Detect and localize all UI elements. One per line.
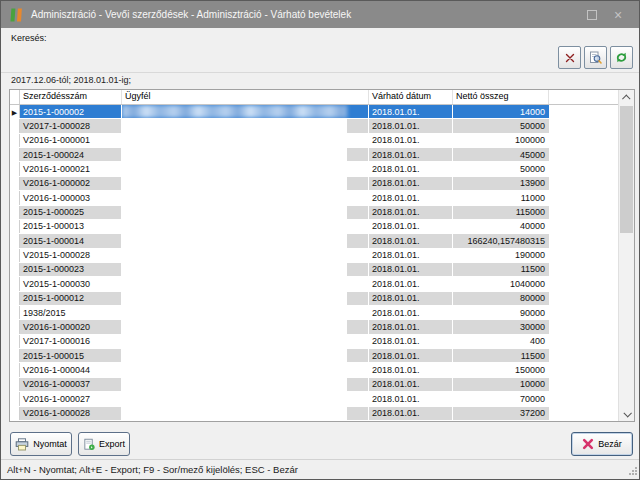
cell-client	[122, 249, 369, 262]
vertical-scrollbar[interactable]	[618, 90, 634, 421]
table-row[interactable]: 2015-1-0000132018.01.01.40000	[10, 220, 618, 234]
row-marker	[10, 378, 20, 391]
scrollbar-thumb[interactable]	[620, 106, 633, 233]
red-cross-icon	[582, 438, 594, 450]
cell-contract-number: V2016-1-000021	[20, 162, 122, 175]
export-button-label: Export	[99, 439, 125, 449]
cell-net-amount: 11500	[453, 263, 549, 276]
cell-filler	[549, 292, 618, 305]
table-row[interactable]: V2015-1-0000282018.01.01.190000	[10, 249, 618, 263]
clear-filter-button[interactable]	[558, 46, 581, 69]
table-row[interactable]: 2015-1-0000122018.01.01.80000	[10, 292, 618, 306]
cell-expected-date: 2018.01.01.	[369, 292, 453, 305]
cell-contract-number: V2016-1-000028	[20, 407, 122, 420]
cell-expected-date: 2018.01.01.	[369, 105, 453, 118]
redacted-client-name	[122, 292, 347, 305]
header-client[interactable]: Ügyfél	[122, 90, 369, 104]
cell-net-amount: 166240,157480315	[453, 234, 549, 247]
header-net-amount[interactable]: Nettó összeg	[453, 90, 549, 104]
redacted-client-name	[122, 335, 347, 348]
table-row[interactable]: 1938/20152018.01.01.90000	[10, 306, 618, 320]
scroll-up-button[interactable]	[619, 90, 634, 105]
cell-expected-date: 2018.01.01.	[369, 407, 453, 420]
cell-filler	[549, 349, 618, 362]
redacted-client-name	[122, 349, 347, 362]
cell-client	[122, 306, 369, 319]
cell-client	[122, 349, 369, 362]
row-marker	[10, 191, 20, 204]
row-marker	[10, 177, 20, 190]
header-filler	[549, 90, 618, 104]
grid-body: ▶2015-1-0000022018.01.01.14000V2017-1-00…	[10, 105, 618, 421]
cell-filler	[549, 277, 618, 290]
redacted-client-name	[122, 249, 347, 262]
cell-net-amount: 13900	[453, 177, 549, 190]
table-row[interactable]: V2016-1-0000032018.01.01.11000	[10, 191, 618, 205]
cell-expected-date: 2018.01.01.	[369, 392, 453, 405]
cell-contract-number: V2016-1-000002	[20, 177, 122, 190]
cell-filler	[549, 105, 618, 118]
cell-filler	[549, 206, 618, 219]
cell-contract-number: 2015-1-000025	[20, 206, 122, 219]
scroll-down-button[interactable]	[619, 406, 634, 421]
table-row[interactable]: V2016-1-0000442018.01.01.150000	[10, 363, 618, 377]
table-row[interactable]: 2015-1-0000152018.01.01.11500	[10, 349, 618, 363]
close-button[interactable]: Bezár	[571, 432, 633, 456]
cell-client	[122, 263, 369, 276]
toolbar-divider	[1, 72, 639, 73]
redacted-client-name	[122, 177, 347, 190]
cell-client	[122, 234, 369, 247]
redacted-client-name	[122, 134, 347, 147]
maximize-button[interactable]	[581, 7, 603, 23]
cell-net-amount: 190000	[453, 249, 549, 262]
redacted-client-name	[122, 105, 347, 118]
row-marker	[10, 320, 20, 333]
header-expected-date[interactable]: Várható dátum	[369, 90, 453, 104]
table-row[interactable]: 2015-1-0000232018.01.01.11500	[10, 263, 618, 277]
resize-grip-icon[interactable]	[629, 466, 637, 477]
row-marker	[10, 234, 20, 247]
close-window-button[interactable]: ×	[607, 7, 629, 23]
refresh-button[interactable]	[610, 46, 633, 69]
table-row[interactable]: V2016-1-0000282018.01.01.37200	[10, 407, 618, 421]
table-row[interactable]: ▶2015-1-0000022018.01.01.14000	[10, 105, 618, 119]
cell-contract-number: V2017-1-000016	[20, 335, 122, 348]
table-row[interactable]: V2016-1-0000202018.01.01.30000	[10, 320, 618, 334]
table-row[interactable]: 2015-1-0000242018.01.01.45000	[10, 148, 618, 162]
table-row[interactable]: V2017-1-0000162018.01.01.400	[10, 335, 618, 349]
cell-filler	[549, 119, 618, 132]
row-marker	[10, 306, 20, 319]
grid-header-row: Szerződésszám Ügyfél Várható dátum Nettó…	[10, 90, 618, 105]
table-row[interactable]: V2016-1-0000372018.01.01.10000	[10, 378, 618, 392]
row-marker	[10, 349, 20, 362]
row-marker	[10, 263, 20, 276]
cell-net-amount: 50000	[453, 119, 549, 132]
redacted-client-name	[122, 306, 347, 319]
row-marker	[10, 392, 20, 405]
table-row[interactable]: V2016-1-0000272018.01.01.70000	[10, 392, 618, 406]
redacted-client-name	[122, 148, 347, 161]
table-row[interactable]: 2015-1-0000252018.01.01.115000	[10, 206, 618, 220]
cell-expected-date: 2018.01.01.	[369, 263, 453, 276]
table-row[interactable]: V2016-1-0000212018.01.01.50000	[10, 162, 618, 176]
cell-client	[122, 392, 369, 405]
cell-net-amount: 37200	[453, 407, 549, 420]
header-contract-number[interactable]: Szerződésszám	[20, 90, 122, 104]
row-marker	[10, 407, 20, 420]
table-row[interactable]: V2016-1-0000012018.01.01.100000	[10, 134, 618, 148]
redacted-client-name	[122, 263, 347, 276]
row-marker	[10, 220, 20, 233]
preview-button[interactable]	[584, 46, 607, 69]
table-row[interactable]: V2017-1-0000282018.01.01.50000	[10, 119, 618, 133]
print-button[interactable]: Nyomtat	[10, 432, 72, 456]
table-row[interactable]: 2015-1-0000142018.01.01.166240,157480315	[10, 234, 618, 248]
row-marker	[10, 206, 20, 219]
cell-expected-date: 2018.01.01.	[369, 177, 453, 190]
cell-net-amount: 50000	[453, 162, 549, 175]
table-row[interactable]: V2016-1-0000022018.01.01.13900	[10, 177, 618, 191]
cell-filler	[549, 148, 618, 161]
export-button[interactable]: Export	[78, 432, 130, 456]
table-row[interactable]: V2015-1-0000302018.01.01.1040000	[10, 277, 618, 291]
cell-expected-date: 2018.01.01.	[369, 306, 453, 319]
cell-net-amount: 10000	[453, 378, 549, 391]
